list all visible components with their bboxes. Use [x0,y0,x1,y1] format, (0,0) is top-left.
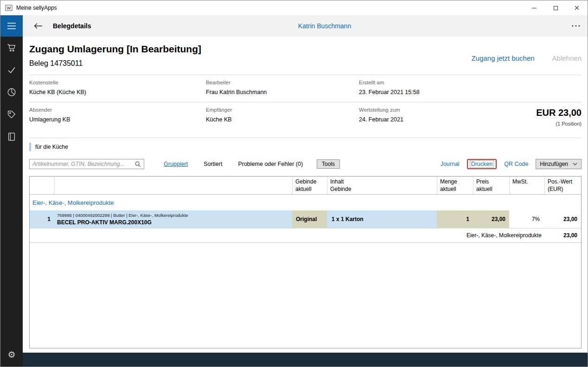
title-bar: Meine sellyApps [0,0,588,15]
grouped-toggle[interactable]: Gruppiert [164,161,188,167]
column-header-mwst: MwSt. [509,177,544,194]
sidebar-item-reports[interactable] [0,81,23,103]
group-summary-row: Eier-, Käse-, Molkereiprodukte 23,00 [30,228,581,243]
bottom-bar [23,353,588,367]
menu-button[interactable] [0,15,23,37]
sorted-toggle[interactable]: Sortiert [204,161,222,167]
note-accent-bar [29,143,31,151]
summary-label: Eier-, Käse-, Molkereiprodukte [30,228,544,242]
book-receipt-button[interactable]: Zugang jetzt buchen [472,54,535,62]
sidebar-item-approvals[interactable] [0,59,23,81]
window-controls [524,0,588,15]
search-input[interactable] [32,161,135,167]
more-icon [572,25,580,27]
info-row-1: Kostenstelle Küche KB (Küche KB) Bearbei… [29,75,582,102]
document-note: für die Küche [29,143,582,151]
close-button[interactable] [566,0,588,15]
sidebar-item-prices[interactable] [0,103,23,126]
column-header-inhalt: Inhalt Gebinde [327,177,437,194]
reject-button[interactable]: Ablehnen [552,54,582,62]
document-title: Zugang Umlagerung [In Bearbeitung] [29,43,201,55]
column-header-preis: Preis aktuell [473,177,509,194]
gebinde-cell: Original [292,210,327,228]
poswert-cell: 23,00 [544,210,581,228]
page-title: Belegdetails [53,22,91,30]
tools-button[interactable]: Tools [317,159,340,169]
settings-button[interactable]: ⚙ [0,343,23,366]
article-meta: 769985 | 04000492002298 | Butter | Eier-… [57,213,188,218]
minimize-button[interactable] [524,0,545,15]
divider [29,138,582,138]
main-content: Zugang Umlagerung [In Bearbeitung] Beleg… [23,37,588,353]
hamburger-icon [7,23,16,29]
info-row-2: Absender Umlagerung KB Empfänger Küche K… [29,102,582,138]
book-icon [6,132,17,142]
sidebar-item-cart[interactable] [0,37,23,59]
inhalt-cell: 1 x 1 Karton [327,210,437,228]
problems-link[interactable]: Probleme oder Fehler (0) [238,161,303,167]
mwst-cell: 7% [509,210,544,228]
column-header-menge: Menge aktuell [437,177,473,194]
gear-icon: ⚙ [7,350,15,359]
more-button[interactable] [572,25,580,27]
search-icon[interactable] [135,161,141,167]
page-header: Belegdetails Katrin Buschmann [23,15,588,37]
sidebar-item-catalog[interactable] [0,126,23,148]
summary-value: 23,00 [544,228,581,242]
window-title: Meine sellyApps [16,5,57,11]
user-name[interactable]: Katrin Buschmann [298,22,351,30]
chevron-down-icon [573,163,577,165]
article-name: BECEL PRO-AKTIV MARG.200X10G [57,219,152,226]
table-empty-area [30,243,581,348]
add-button[interactable]: Hinzufügen [536,159,582,169]
note-text: für die Küche [35,144,68,150]
table-header-row: Gebinde aktuell Inhalt Gebinde Menge akt… [30,177,581,195]
field-erstellt-am: Erstellt am 23. Februar 2021 15:58 [359,80,582,96]
field-wertstellung: Wertstellung zum 24. Februar 2021 [359,107,536,127]
sidebar: ⚙ [0,15,23,367]
items-toolbar: Gruppiert Sortiert Probleme oder Fehler … [29,158,582,170]
field-absender: Absender Umlagerung KB [29,107,206,127]
back-arrow-icon [34,23,43,29]
document-title-block: Zugang Umlagerung [In Bearbeitung] Beleg… [29,43,201,68]
positions-table: Gebinde aktuell Inhalt Gebinde Menge akt… [29,176,582,348]
minimize-icon [532,8,537,8]
document-total: EUR 23,00 (1 Position) [536,107,582,127]
add-button-label: Hinzufügen [540,161,568,167]
preis-cell: 23,00 [473,210,509,228]
column-header-gebinde: Gebinde aktuell [292,177,327,194]
qr-code-link[interactable]: QR Code [504,161,528,167]
field-bearbeiter: Bearbeiter Frau Katrin Buschmann [206,80,359,96]
tag-icon [6,109,17,120]
field-empfaenger: Empfänger Küche KB [206,107,359,127]
search-box [29,159,144,169]
journal-link[interactable]: Journal [441,161,460,167]
position-count: (1 Position) [536,121,582,127]
cart-icon [6,43,17,53]
click-annotation: Drucken [467,159,497,169]
check-icon [6,65,17,75]
group-header[interactable]: Eier-, Käse-, Molkereiprodukte [30,195,581,210]
pie-chart-icon [6,87,17,97]
app-icon [5,4,13,12]
column-header-poswert: Pos.-Wert (EUR) [544,177,581,194]
back-button[interactable] [34,23,43,29]
total-amount: EUR 23,00 [536,107,582,118]
field-kostenstelle: Kostenstelle Küche KB (Küche KB) [29,80,206,96]
row-number: 1 [30,210,54,228]
column-header-article [54,177,292,194]
table-row[interactable]: 1 769985 | 04000492002298 | Butter | Eie… [30,210,581,228]
article-cell: 769985 | 04000492002298 | Butter | Eier-… [54,210,292,228]
maximize-icon [554,6,558,10]
column-header-rownum [30,177,54,194]
maximize-button[interactable] [545,0,566,15]
app-window: Meine sellyApps [0,0,588,367]
menge-cell: 1 [437,210,473,228]
document-number: Beleg 14735011 [29,59,201,68]
close-icon [575,6,579,10]
print-link[interactable]: Drucken [470,161,494,167]
